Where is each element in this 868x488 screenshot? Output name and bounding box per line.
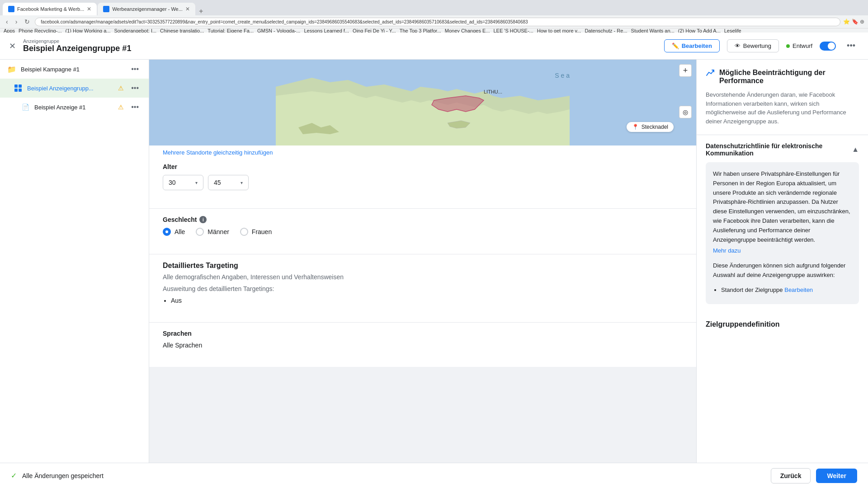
tab-werbeanzeigen[interactable]: Werbeanzeigenmanager - We... ✕: [98, 3, 195, 15]
grid-icon: [14, 84, 23, 93]
header-title: Beispiel Anzeigengruppe #1: [23, 44, 131, 53]
gender-frauen[interactable]: Frauen: [240, 228, 272, 236]
languages-section: Sprachen Alle Sprachen: [149, 322, 696, 367]
bookmark-13[interactable]: How to get more v...: [537, 28, 581, 33]
age-selects: 30 ▾ 45 ▾: [163, 175, 683, 190]
gender-info-icon[interactable]: i: [199, 216, 207, 223]
age-to-select[interactable]: 45 ▾: [208, 175, 249, 190]
bookmark-2[interactable]: Phone Recycling-...: [19, 28, 61, 33]
main-content: 📁 Beispiel Kampagne #1 ••• Beispiel Anze…: [0, 60, 868, 463]
bookmark-10[interactable]: The Top 3 Platfor...: [400, 28, 441, 33]
bookmark-12[interactable]: LEE 'S HOUSE-...: [494, 28, 533, 33]
age-field-group: Alter 30 ▾ 45 ▾: [163, 163, 683, 190]
bookmark-apps[interactable]: Apps: [4, 28, 15, 33]
ausweitung-value: Aus: [171, 297, 683, 304]
bewertung-button[interactable]: 👁 Bewertung: [727, 39, 779, 52]
bookmark-7[interactable]: GMSN - Vologda-...: [257, 28, 300, 33]
mehr-dazu-link[interactable]: Mehr dazu: [713, 247, 741, 254]
bookmark-3[interactable]: (1) How Working a...: [65, 28, 110, 33]
bewertung-label: Bewertung: [743, 42, 771, 49]
policy-bullet-item: Standort der Zielgruppe Bearbeiten: [721, 286, 852, 295]
gender-frauen-radio[interactable]: [240, 228, 248, 236]
age-section: Alter 30 ▾ 45 ▾: [149, 156, 696, 208]
policy-header[interactable]: Datenschutzrichtlinie für elektronische …: [706, 142, 859, 157]
collapse-button[interactable]: ▲: [852, 145, 859, 154]
performance-header: Mögliche Beeinträchtigung der Performanc…: [706, 69, 859, 85]
bearbeiten-label: Bearbeiten: [682, 42, 712, 49]
gender-maenner-radio[interactable]: [196, 228, 204, 236]
center-panel: LITHU... S e a + ◎ 📍 Stecknadel: [149, 60, 696, 463]
app-wrapper: ✕ Anzeigengruppe Beispiel Anzeigengruppe…: [0, 33, 868, 488]
pin-label: Stecknadel: [642, 124, 668, 130]
bookmark-8[interactable]: Lessons Learned f...: [304, 28, 349, 33]
svg-text:LITHU...: LITHU...: [484, 89, 502, 94]
sidebar-kampagne-more[interactable]: •••: [128, 64, 142, 74]
zuruck-button[interactable]: Zurück: [771, 468, 811, 483]
map-location-button[interactable]: ◎: [679, 106, 692, 118]
gender-alle[interactable]: Alle: [163, 228, 185, 236]
detailed-targeting-desc: Alle demografischen Angaben, Interessen …: [163, 273, 683, 281]
address-bar[interactable]: [35, 18, 840, 26]
sprachen-value: Alle Sprachen: [163, 342, 683, 349]
map-pin[interactable]: 📍 Stecknadel: [627, 122, 674, 132]
gender-alle-label: Alle: [175, 228, 185, 235]
bookmark-15[interactable]: Student Wants an...: [631, 28, 675, 33]
gender-alle-radio[interactable]: [163, 228, 171, 236]
age-label: Alter: [163, 163, 683, 170]
forward-button[interactable]: ›: [13, 17, 20, 26]
more-options-button[interactable]: •••: [843, 39, 859, 52]
sidebar-anzeige-warning: ⚠: [118, 103, 124, 111]
bookmark-4[interactable]: Sonderangebot: I...: [114, 28, 157, 33]
back-button[interactable]: ‹: [4, 17, 10, 26]
bearbeiten-button[interactable]: ✏️ Bearbeiten: [664, 39, 720, 52]
bookmark-17[interactable]: Leselife: [724, 28, 741, 33]
svg-rect-2: [14, 89, 18, 92]
performance-body: Bevorstehende Änderungen daran, wie Face…: [706, 90, 859, 126]
map-svg: LITHU... S e a: [149, 60, 696, 145]
sidebar-item-anzeige[interactable]: 📄 Beispiel Anzeige #1 ⚠ •••: [0, 98, 149, 117]
bookmark-16[interactable]: (2) How To Add A...: [678, 28, 721, 33]
folder-icon: 📁: [7, 65, 16, 74]
close-button[interactable]: ✕: [9, 41, 16, 51]
gender-maenner-label: Männer: [208, 228, 229, 235]
sidebar-item-kampagne[interactable]: 📁 Beispiel Kampagne #1 •••: [0, 60, 149, 79]
toggle-button[interactable]: [820, 42, 836, 51]
app-footer: ✓ Alle Änderungen gespeichert Zurück Wei…: [0, 463, 868, 488]
sidebar-anzeige-more[interactable]: •••: [128, 102, 142, 112]
policy-body-1-suffix: Mehr dazu: [713, 246, 852, 256]
saved-text: Alle Änderungen gespeichert: [22, 472, 765, 479]
gender-maenner[interactable]: Männer: [196, 228, 229, 236]
map-zoom-in-button[interactable]: +: [679, 64, 692, 77]
reload-button[interactable]: ↻: [22, 17, 32, 26]
bookmark-9[interactable]: Qing Fei De Yi - Y...: [353, 28, 396, 33]
gender-field-group: Geschlecht i Alle Männer: [163, 216, 683, 236]
age-from-select[interactable]: 30 ▾: [163, 175, 203, 190]
tab-close-werbeanzeigen[interactable]: ✕: [185, 6, 190, 12]
sidebar-item-anzeigengruppe[interactable]: Beispiel Anzeigengrupp... ⚠ •••: [0, 79, 149, 98]
pin-icon: 📍: [632, 124, 639, 130]
ausweitung-list: Aus: [163, 297, 683, 304]
sidebar-kampagne-label: Beispiel Kampagne #1: [21, 66, 124, 73]
gender-section: Geschlecht i Alle Männer: [149, 208, 696, 254]
languages-field-group: Sprachen Alle Sprachen: [163, 330, 683, 349]
bookmark-6[interactable]: Tutorial: Eigene Fa...: [208, 28, 254, 33]
map-container: LITHU... S e a + ◎ 📍 Stecknadel: [149, 60, 696, 145]
policy-bearbeiten-link[interactable]: Bearbeiten: [784, 286, 813, 293]
weiter-button[interactable]: Weiter: [816, 469, 857, 483]
policy-bullet-text: Standort der Zielgruppe: [721, 286, 783, 293]
policy-bullet-list: Standort der Zielgruppe Bearbeiten: [713, 286, 852, 295]
bookmark-14[interactable]: Datenschutz - Re...: [585, 28, 627, 33]
sidebar-anzeigengruppe-more[interactable]: •••: [128, 83, 142, 93]
new-tab-button[interactable]: +: [196, 7, 206, 15]
tab-close-facebook[interactable]: ✕: [87, 6, 91, 12]
tab-facebook[interactable]: Facebook Marketing & Werb... ✕: [3, 3, 97, 15]
add-location-link[interactable]: Mehrere Standorte gleichzeitig hinzufüge…: [163, 149, 273, 156]
doc-icon: 📄: [21, 103, 30, 112]
bookmark-11[interactable]: Money Changes E...: [445, 28, 490, 33]
age-from-chevron: ▾: [195, 180, 198, 185]
header-subtitle: Anzeigengruppe: [23, 38, 131, 44]
location-target-icon: ◎: [683, 108, 688, 116]
bookmark-5[interactable]: Chinese translatio...: [160, 28, 204, 33]
ausweitung-label: Ausweitung des detaillierten Targetings:: [163, 285, 683, 292]
tab-label-werbeanzeigen: Werbeanzeigenmanager - We...: [112, 6, 183, 12]
